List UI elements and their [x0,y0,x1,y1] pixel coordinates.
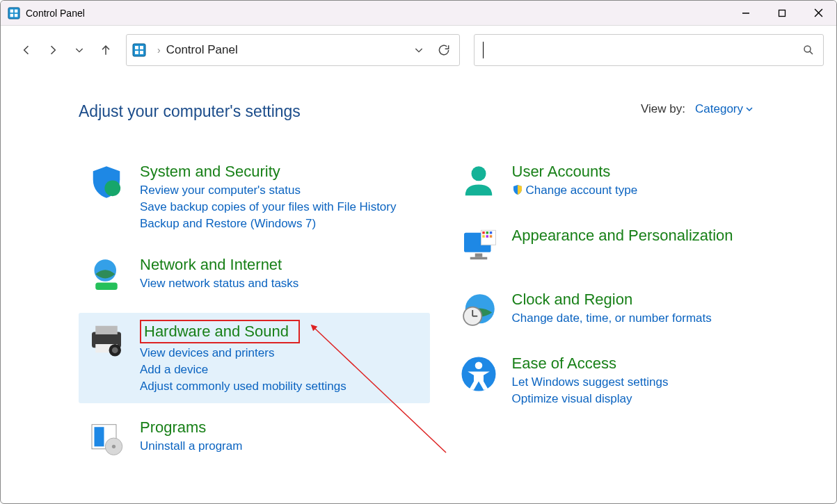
monitor-icon [459,227,498,266]
svg-rect-18 [95,283,118,291]
svg-point-27 [112,445,115,448]
svg-rect-37 [486,235,488,238]
category-link[interactable]: Change account type [512,184,794,199]
svg-rect-35 [489,231,492,234]
chevron-down-icon [746,106,753,113]
breadcrumb-current[interactable]: Control Panel [166,43,238,57]
svg-rect-34 [486,231,488,234]
svg-rect-1 [10,9,14,13]
svg-rect-11 [140,46,143,49]
printer-icon [87,320,126,359]
user-icon [459,163,498,202]
category-title[interactable]: Hardware and Sound [140,320,300,343]
category-link[interactable]: View network status and tasks [140,277,422,291]
category-link[interactable]: Save backup copies of your files with Fi… [140,200,422,214]
category-ease-of-access: Ease of AccessLet Windows suggest settin… [451,348,802,416]
title-bar: Control Panel [1,1,836,26]
category-column: User AccountsChange account typeAppearan… [451,156,802,467]
svg-rect-25 [95,427,104,446]
content-area: Adjust your computer's settings View by:… [1,74,836,481]
category-network-and-internet: Network and InternetView network status … [79,249,430,304]
category-system-and-security: System and SecurityReview your computer'… [79,156,430,241]
category-title[interactable]: Appearance and Personalization [512,227,794,245]
svg-rect-38 [489,235,492,238]
back-button[interactable] [13,37,40,63]
category-link[interactable]: Optimize visual display [512,392,794,406]
category-title[interactable]: System and Security [140,163,422,181]
svg-rect-36 [482,235,485,238]
shield-icon [87,163,126,202]
svg-point-28 [471,166,486,181]
category-title[interactable]: Clock and Region [512,291,794,309]
refresh-button[interactable] [437,43,451,57]
category-hardware-and-sound: Hardware and SoundView devices and print… [79,313,430,403]
svg-rect-2 [15,9,18,13]
breadcrumb-separator: › [157,44,161,56]
category-title[interactable]: Programs [140,418,422,437]
close-button[interactable] [800,1,836,26]
control-panel-icon [8,7,20,19]
svg-rect-30 [475,254,482,257]
category-title[interactable]: Ease of Access [512,355,794,373]
category-clock-and-region: Clock and RegionChange date, time, or nu… [451,284,802,339]
view-by-label: View by: [641,102,685,116]
category-grid: System and SecurityReview your computer'… [79,156,802,467]
svg-rect-9 [133,44,145,56]
maximize-button[interactable] [764,1,800,26]
category-link[interactable]: View devices and printers [140,346,422,360]
svg-point-23 [112,347,118,353]
clock-icon [459,291,498,330]
category-appearance-and-personalization: Appearance and Personalization [451,220,802,275]
svg-rect-4 [15,13,18,17]
svg-point-14 [804,46,811,52]
uac-shield-icon [512,185,523,198]
svg-rect-0 [8,7,19,18]
svg-rect-33 [482,231,485,234]
category-link[interactable]: Uninstall a program [140,439,422,453]
globe-icon [87,256,126,295]
recent-locations-button[interactable] [66,37,93,63]
view-by: View by: Category [641,102,753,116]
svg-rect-13 [140,51,143,54]
svg-rect-31 [470,257,487,260]
forward-button[interactable] [40,37,66,63]
access-icon [459,355,498,393]
category-link[interactable]: Review your computer's status [140,184,422,197]
search-box[interactable] [474,34,824,66]
svg-rect-10 [135,46,138,49]
category-link[interactable]: Add a device [140,363,422,377]
nav-row: › Control Panel [1,26,836,74]
category-title[interactable]: Network and Internet [140,256,422,274]
category-link[interactable]: Backup and Restore (Windows 7) [140,217,422,231]
svg-rect-3 [10,13,14,17]
address-bar[interactable]: › Control Panel [126,34,460,66]
category-programs: ProgramsUninstall a program [79,412,430,467]
svg-point-16 [104,180,120,196]
up-button[interactable] [93,37,119,63]
search-icon [802,44,815,56]
category-link[interactable]: Change date, time, or number formats [512,311,794,325]
window-title: Control Panel [26,8,728,19]
chevron-down-icon[interactable] [413,44,424,56]
category-title[interactable]: User Accounts [512,163,794,181]
category-user-accounts: User AccountsChange account type [451,156,802,211]
address-icon [132,43,146,57]
category-link[interactable]: Let Windows suggest settings [512,375,794,389]
svg-rect-12 [135,51,138,54]
minimize-button[interactable] [728,1,764,26]
text-cursor [483,42,484,58]
category-link[interactable]: Adjust commonly used mobility settings [140,380,422,393]
svg-point-44 [475,362,482,370]
programs-icon [87,418,126,457]
svg-rect-6 [779,10,786,16]
svg-line-15 [810,51,813,54]
category-column: System and SecurityReview your computer'… [79,156,430,467]
view-by-dropdown[interactable]: Category [695,102,753,116]
svg-rect-20 [95,326,118,334]
